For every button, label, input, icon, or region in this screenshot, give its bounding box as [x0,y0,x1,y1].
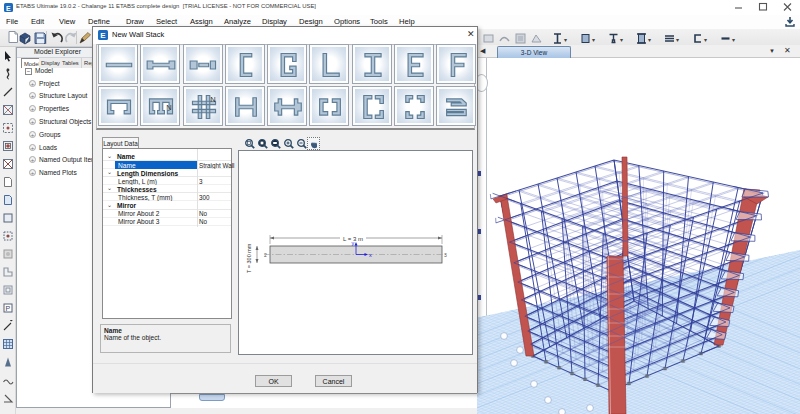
svg-text:N: N [166,102,171,111]
svg-text:P: P [5,305,10,312]
svg-text:3: 3 [444,252,447,258]
svg-text:y: y [352,240,355,246]
svg-text:N: N [210,94,215,103]
svg-text:T = 300 mm: T = 300 mm [246,243,252,273]
svg-text:E: E [6,5,11,12]
svg-text:E: E [100,31,106,40]
svg-text:x: x [369,252,372,258]
svg-text:2: 2 [264,252,267,258]
